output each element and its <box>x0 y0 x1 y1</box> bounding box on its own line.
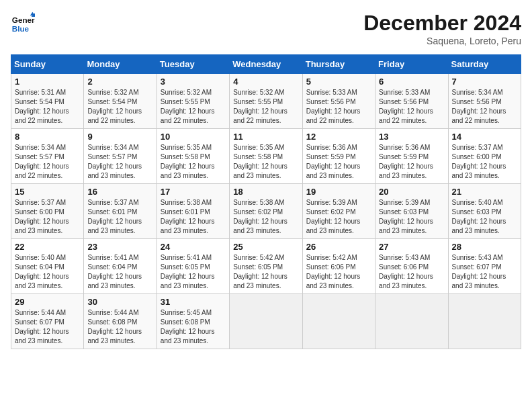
table-row: 10Sunrise: 5:35 AM Sunset: 5:58 PM Dayli… <box>157 129 229 184</box>
table-row: 19Sunrise: 5:39 AM Sunset: 6:02 PM Dayli… <box>302 184 375 239</box>
calendar-week-2: 8Sunrise: 5:34 AM Sunset: 5:57 PM Daylig… <box>11 129 521 184</box>
day-number: 17 <box>161 187 226 197</box>
day-info: Sunrise: 5:34 AM Sunset: 5:57 PM Dayligh… <box>87 143 152 181</box>
day-info: Sunrise: 5:34 AM Sunset: 5:56 PM Dayligh… <box>452 88 517 126</box>
day-number: 12 <box>306 132 371 142</box>
day-number: 29 <box>15 297 80 307</box>
col-sunday: Sunday <box>11 55 84 74</box>
table-row: 9Sunrise: 5:34 AM Sunset: 5:57 PM Daylig… <box>84 129 157 184</box>
day-number: 8 <box>15 132 80 142</box>
day-number: 23 <box>87 242 152 252</box>
day-number: 25 <box>233 242 298 252</box>
day-info: Sunrise: 5:32 AM Sunset: 5:55 PM Dayligh… <box>161 88 226 126</box>
table-row: 22Sunrise: 5:40 AM Sunset: 6:04 PM Dayli… <box>11 239 84 294</box>
table-row: 18Sunrise: 5:38 AM Sunset: 6:02 PM Dayli… <box>230 184 302 239</box>
day-info: Sunrise: 5:32 AM Sunset: 5:55 PM Dayligh… <box>233 88 298 126</box>
table-row: 1Sunrise: 5:31 AM Sunset: 5:54 PM Daylig… <box>11 74 84 129</box>
table-row: 13Sunrise: 5:36 AM Sunset: 5:59 PM Dayli… <box>375 129 448 184</box>
day-number: 21 <box>452 187 517 197</box>
table-row: 23Sunrise: 5:41 AM Sunset: 6:04 PM Dayli… <box>84 239 157 294</box>
table-row: 12Sunrise: 5:36 AM Sunset: 5:59 PM Dayli… <box>302 129 375 184</box>
day-number: 14 <box>452 132 517 142</box>
day-info: Sunrise: 5:42 AM Sunset: 6:06 PM Dayligh… <box>306 253 371 291</box>
day-info: Sunrise: 5:44 AM Sunset: 6:08 PM Dayligh… <box>87 308 152 346</box>
day-info: Sunrise: 5:32 AM Sunset: 5:54 PM Dayligh… <box>87 88 152 126</box>
calendar-table: Sunday Monday Tuesday Wednesday Thursday… <box>11 54 521 349</box>
calendar-week-4: 22Sunrise: 5:40 AM Sunset: 6:04 PM Dayli… <box>11 239 521 294</box>
day-info: Sunrise: 5:33 AM Sunset: 5:56 PM Dayligh… <box>379 88 444 126</box>
day-number: 18 <box>233 187 298 197</box>
table-row: 17Sunrise: 5:38 AM Sunset: 6:01 PM Dayli… <box>157 184 229 239</box>
table-row: 24Sunrise: 5:41 AM Sunset: 6:05 PM Dayli… <box>157 239 229 294</box>
table-row: 20Sunrise: 5:39 AM Sunset: 6:03 PM Dayli… <box>375 184 448 239</box>
table-row: 27Sunrise: 5:43 AM Sunset: 6:06 PM Dayli… <box>375 239 448 294</box>
table-row: 25Sunrise: 5:42 AM Sunset: 6:05 PM Dayli… <box>230 239 302 294</box>
day-number: 30 <box>87 297 152 307</box>
logo-icon: General Blue <box>11 11 35 35</box>
day-info: Sunrise: 5:31 AM Sunset: 5:54 PM Dayligh… <box>15 88 80 126</box>
day-number: 2 <box>87 77 152 87</box>
table-row: 6Sunrise: 5:33 AM Sunset: 5:56 PM Daylig… <box>375 74 448 129</box>
title-block: December 2024 Saquena, Loreto, Peru <box>363 11 521 46</box>
day-info: Sunrise: 5:35 AM Sunset: 5:58 PM Dayligh… <box>161 143 226 181</box>
day-number: 3 <box>161 77 226 87</box>
table-row <box>230 294 302 349</box>
col-monday: Monday <box>84 55 157 74</box>
day-info: Sunrise: 5:35 AM Sunset: 5:58 PM Dayligh… <box>233 143 298 181</box>
table-row: 11Sunrise: 5:35 AM Sunset: 5:58 PM Dayli… <box>230 129 302 184</box>
day-number: 9 <box>87 132 152 142</box>
calendar-title: December 2024 <box>363 11 521 36</box>
day-number: 26 <box>306 242 371 252</box>
day-number: 19 <box>306 187 371 197</box>
day-info: Sunrise: 5:38 AM Sunset: 6:01 PM Dayligh… <box>161 198 226 236</box>
day-info: Sunrise: 5:33 AM Sunset: 5:56 PM Dayligh… <box>306 88 371 126</box>
calendar-subtitle: Saquena, Loreto, Peru <box>363 36 521 46</box>
table-row: 2Sunrise: 5:32 AM Sunset: 5:54 PM Daylig… <box>84 74 157 129</box>
day-number: 13 <box>379 132 444 142</box>
day-number: 11 <box>233 132 298 142</box>
page-header: General Blue December 2024 Saquena, Lore… <box>11 11 521 46</box>
day-number: 27 <box>379 242 444 252</box>
calendar-week-1: 1Sunrise: 5:31 AM Sunset: 5:54 PM Daylig… <box>11 74 521 129</box>
table-row: 7Sunrise: 5:34 AM Sunset: 5:56 PM Daylig… <box>448 74 521 129</box>
calendar-week-5: 29Sunrise: 5:44 AM Sunset: 6:07 PM Dayli… <box>11 294 521 349</box>
day-info: Sunrise: 5:37 AM Sunset: 6:00 PM Dayligh… <box>452 143 517 181</box>
header-row: Sunday Monday Tuesday Wednesday Thursday… <box>11 55 521 74</box>
day-info: Sunrise: 5:40 AM Sunset: 6:03 PM Dayligh… <box>452 198 517 236</box>
table-row <box>302 294 375 349</box>
day-info: Sunrise: 5:45 AM Sunset: 6:08 PM Dayligh… <box>161 308 226 346</box>
day-number: 10 <box>161 132 226 142</box>
day-info: Sunrise: 5:44 AM Sunset: 6:07 PM Dayligh… <box>15 308 80 346</box>
day-info: Sunrise: 5:38 AM Sunset: 6:02 PM Dayligh… <box>233 198 298 236</box>
day-number: 6 <box>379 77 444 87</box>
col-saturday: Saturday <box>448 55 521 74</box>
day-info: Sunrise: 5:39 AM Sunset: 6:02 PM Dayligh… <box>306 198 371 236</box>
table-row: 31Sunrise: 5:45 AM Sunset: 6:08 PM Dayli… <box>157 294 229 349</box>
table-row: 21Sunrise: 5:40 AM Sunset: 6:03 PM Dayli… <box>448 184 521 239</box>
col-friday: Friday <box>375 55 448 74</box>
day-number: 24 <box>161 242 226 252</box>
day-number: 20 <box>379 187 444 197</box>
day-number: 28 <box>452 242 517 252</box>
table-row: 30Sunrise: 5:44 AM Sunset: 6:08 PM Dayli… <box>84 294 157 349</box>
table-row: 8Sunrise: 5:34 AM Sunset: 5:57 PM Daylig… <box>11 129 84 184</box>
col-wednesday: Wednesday <box>230 55 302 74</box>
day-info: Sunrise: 5:43 AM Sunset: 6:06 PM Dayligh… <box>379 253 444 291</box>
table-row: 3Sunrise: 5:32 AM Sunset: 5:55 PM Daylig… <box>157 74 229 129</box>
calendar-week-3: 15Sunrise: 5:37 AM Sunset: 6:00 PM Dayli… <box>11 184 521 239</box>
table-row: 15Sunrise: 5:37 AM Sunset: 6:00 PM Dayli… <box>11 184 84 239</box>
day-number: 31 <box>161 297 226 307</box>
day-info: Sunrise: 5:41 AM Sunset: 6:04 PM Dayligh… <box>87 253 152 291</box>
day-info: Sunrise: 5:37 AM Sunset: 6:00 PM Dayligh… <box>15 198 80 236</box>
day-number: 22 <box>15 242 80 252</box>
day-info: Sunrise: 5:43 AM Sunset: 6:07 PM Dayligh… <box>452 253 517 291</box>
day-info: Sunrise: 5:34 AM Sunset: 5:57 PM Dayligh… <box>15 143 80 181</box>
day-number: 15 <box>15 187 80 197</box>
table-row: 4Sunrise: 5:32 AM Sunset: 5:55 PM Daylig… <box>230 74 302 129</box>
day-number: 16 <box>87 187 152 197</box>
table-row: 5Sunrise: 5:33 AM Sunset: 5:56 PM Daylig… <box>302 74 375 129</box>
day-number: 4 <box>233 77 298 87</box>
col-tuesday: Tuesday <box>157 55 229 74</box>
day-info: Sunrise: 5:37 AM Sunset: 6:01 PM Dayligh… <box>87 198 152 236</box>
svg-text:Blue: Blue <box>12 24 30 33</box>
